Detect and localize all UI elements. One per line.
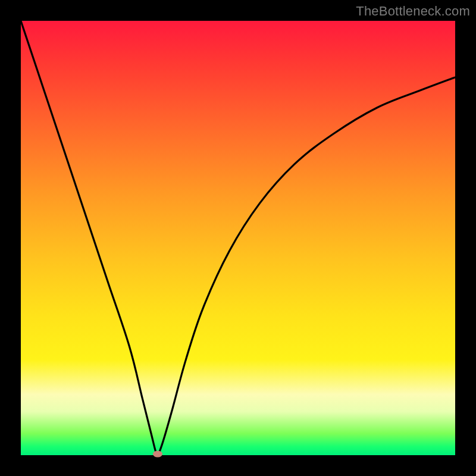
minimum-marker (153, 451, 162, 458)
watermark-label: TheBottleneck.com (356, 4, 470, 19)
plot-area (21, 21, 455, 455)
chart-frame: TheBottleneck.com (0, 0, 476, 476)
bottleneck-curve (21, 21, 455, 455)
